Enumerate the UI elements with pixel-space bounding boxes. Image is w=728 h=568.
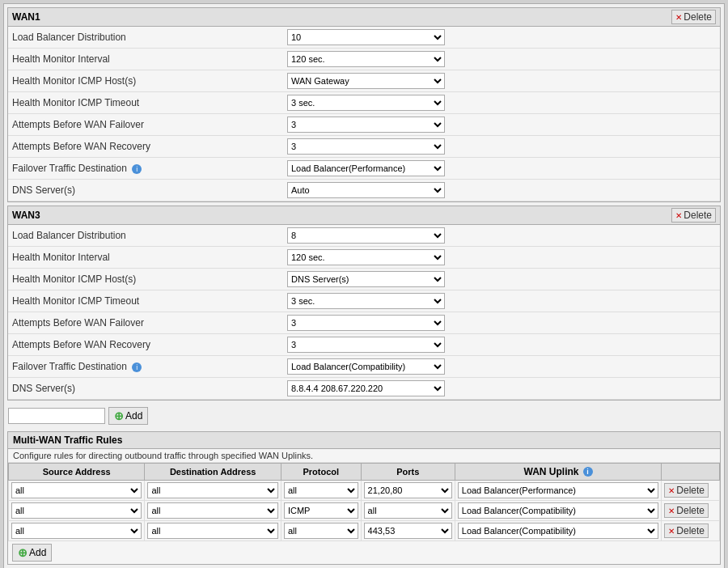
traffic-rules-title: Multi-WAN Traffic Rules [13,434,122,446]
row-0-source-select[interactable]: all [11,482,142,498]
wan1-failover-traffic-row: Failover Traffic Destination i Load Bala… [8,158,720,180]
wan3-attempts-failover-label: Attempts Before WAN Failover [12,317,287,329]
wan3-load-balancer-label: Load Balancer Distribution [12,230,287,241]
row-0-ports-select[interactable]: 21,20,80 [364,482,452,498]
wan3-icmp-host-label: Health Monitor ICMP Host(s) [12,273,287,285]
row-2-dest-select[interactable]: all [147,523,277,539]
wan1-icmp-host-select[interactable]: WAN Gateway [287,73,445,89]
add-traffic-label: Add [29,547,46,558]
wan3-dns-servers-select[interactable]: 8.8.4.4 208.67.220.220 [287,380,445,396]
wan1-health-interval-control: 120 sec. [287,51,716,67]
wan3-attempts-failover-select[interactable]: 3 [287,315,445,331]
wan3-section: WAN3 ✕ Delete Load Balancer Distribution… [7,206,721,401]
add-wan-row: ⊕ Add [4,404,724,428]
wan3-dns-servers-row: DNS Server(s) 8.8.4.4 208.67.220.220 [8,378,720,400]
row-1-delete-icon: ✕ [668,507,675,515]
add-traffic-rule-row: ⊕ Add [8,541,720,564]
wan1-delete-icon: ✕ [675,13,682,22]
row-2-proto-select[interactable]: all [284,523,358,539]
uplink-info-icon[interactable]: i [583,467,593,477]
col-source-header: Source Address [9,464,145,481]
row-0-uplink-select[interactable]: Load Balancer(Performance) [458,482,659,498]
row-1-delete-button[interactable]: ✕ Delete [664,503,709,518]
wan3-attempts-failover-control: 3 [287,315,716,331]
row-1-delete-label: Delete [676,505,705,516]
wan1-attempts-recovery-control: 3 [287,138,716,155]
row-1-uplink-select[interactable]: Load Balancer(Compatibility) [458,502,659,519]
wan1-dns-servers-control: Auto [287,182,716,198]
wan-name-input[interactable] [8,408,105,424]
add-wan-label: Add [125,410,142,422]
wan3-icmp-host-control: DNS Server(s) [287,271,716,287]
wan1-delete-button[interactable]: ✕ Delete [671,10,716,24]
row-2-uplink-select[interactable]: Load Balancer(Compatibility) [458,523,659,539]
row-2-ports-select[interactable]: 443,53 [364,523,452,539]
table-row: all all all 21,20,80 Load Balancer(Perfo… [9,481,720,501]
wan3-icmp-timeout-row: Health Monitor ICMP Timeout 3 sec. [8,290,720,312]
wan3-health-interval-row: Health Monitor Interval 120 sec. [8,247,720,269]
wan3-health-interval-label: Health Monitor Interval [12,252,287,263]
wan3-attempts-recovery-control: 3 [287,337,716,353]
wan1-dns-servers-select[interactable]: Auto [287,182,445,198]
wan1-failover-traffic-control: Load Balancer(Performance) [287,160,716,176]
wan1-health-interval-select[interactable]: 120 sec. [287,51,445,67]
traffic-rules-section: Multi-WAN Traffic Rules Configure rules … [7,431,721,565]
wan3-failover-traffic-control: Load Balancer(Compatibility) [287,358,716,375]
wan3-title: WAN3 [12,210,40,221]
add-traffic-icon: ⊕ [18,546,28,559]
wan3-delete-button[interactable]: ✕ Delete [671,208,716,223]
add-traffic-rule-button[interactable]: ⊕ Add [12,544,52,562]
row-2-delete-button[interactable]: ✕ Delete [664,523,709,538]
col-proto-header: Protocol [281,464,361,481]
wan1-section: WAN1 ✕ Delete Load Balancer Distribution… [7,7,721,202]
row-0-delete-button[interactable]: ✕ Delete [664,483,709,498]
wan1-icmp-timeout-row: Health Monitor ICMP Timeout 3 sec. [8,92,720,114]
wan1-attempts-failover-label: Attempts Before WAN Failover [12,119,287,130]
wan3-health-interval-select[interactable]: 120 sec. [287,249,445,265]
wan1-icmp-host-control: WAN Gateway [287,73,716,89]
table-row: all all ICMP all Load Balancer(Compatibi… [9,501,720,521]
wan3-failover-traffic-select[interactable]: Load Balancer(Compatibility) [287,358,445,375]
wan3-attempts-failover-row: Attempts Before WAN Failover 3 [8,312,720,334]
wan1-attempts-failover-control: 3 [287,117,716,133]
wan3-icmp-timeout-select[interactable]: 3 sec. [287,293,445,309]
wan3-failover-info-icon[interactable]: i [132,362,142,372]
row-0-dest-select[interactable]: all [147,482,277,498]
wan1-load-balancer-select[interactable]: 10 [287,29,445,45]
row-0-proto-select[interactable]: all [284,482,358,498]
col-ports-header: Ports [361,464,455,481]
wan3-load-balancer-row: Load Balancer Distribution 8 [8,225,720,247]
add-wan-icon: ⊕ [114,409,124,422]
col-uplink-header: WAN Uplink i [455,464,662,481]
wan1-attempts-recovery-row: Attempts Before WAN Recovery 3 [8,136,720,158]
wan3-icmp-host-row: Health Monitor ICMP Host(s) DNS Server(s… [8,269,720,290]
wan1-attempts-recovery-select[interactable]: 3 [287,138,445,155]
row-2-delete-label: Delete [676,525,705,536]
wan1-failover-info-icon[interactable]: i [132,164,142,174]
traffic-rules-header: Multi-WAN Traffic Rules [8,432,720,449]
wan1-dns-servers-row: DNS Server(s) Auto [8,180,720,201]
wan1-load-balancer-row: Load Balancer Distribution 10 [8,27,720,49]
wan1-delete-label: Delete [684,11,712,23]
wan3-icmp-host-select[interactable]: DNS Server(s) [287,271,445,287]
row-1-proto-select[interactable]: ICMP [284,502,358,519]
wan1-icmp-host-row: Health Monitor ICMP Host(s) WAN Gateway [8,70,720,92]
row-1-source-select[interactable]: all [11,502,142,519]
wan1-health-interval-label: Health Monitor Interval [12,53,287,65]
wan3-attempts-recovery-select[interactable]: 3 [287,337,445,353]
wan3-delete-icon: ✕ [675,211,682,220]
wan3-load-balancer-select[interactable]: 8 [287,227,445,244]
wan1-icmp-host-label: Health Monitor ICMP Host(s) [12,75,287,87]
wan3-health-interval-control: 120 sec. [287,249,716,265]
wan1-load-balancer-control: 10 [287,29,716,45]
add-wan-button[interactable]: ⊕ Add [108,407,148,425]
wan1-attempts-recovery-label: Attempts Before WAN Recovery [12,141,287,152]
wan1-icmp-timeout-select[interactable]: 3 sec. [287,95,445,111]
row-2-source-select[interactable]: all [11,523,142,539]
wan1-attempts-failover-row: Attempts Before WAN Failover 3 [8,114,720,136]
row-1-dest-select[interactable]: all [147,502,277,519]
row-1-ports-select[interactable]: all [364,502,452,519]
wan1-attempts-failover-select[interactable]: 3 [287,117,445,133]
row-0-delete-icon: ✕ [668,486,675,495]
wan1-failover-traffic-select[interactable]: Load Balancer(Performance) [287,160,445,176]
